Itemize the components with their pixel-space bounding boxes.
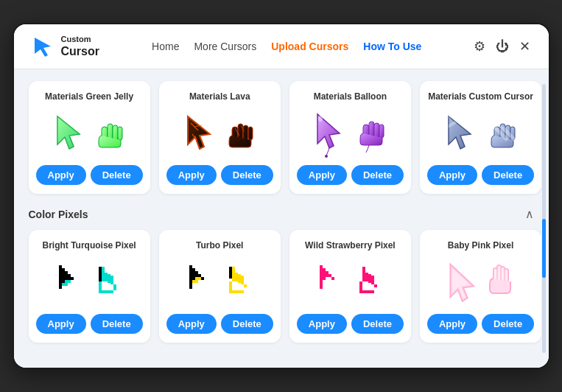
svg-rect-101 [201, 277, 204, 280]
svg-rect-88 [189, 271, 192, 274]
nav-home[interactable]: Home [152, 41, 179, 52]
svg-rect-114 [238, 274, 241, 277]
settings-button[interactable]: ⚙ [474, 38, 485, 55]
card-baby-pink-images [446, 256, 516, 308]
card-turbo-images [185, 256, 254, 308]
svg-rect-155 [362, 273, 365, 276]
apply-custom-cursor-button[interactable]: Apply [427, 165, 477, 185]
svg-rect-157 [362, 279, 365, 281]
power-button[interactable]: ⏻ [496, 39, 509, 55]
card-strawberry-buttons: Apply Delete [297, 314, 404, 334]
svg-rect-64 [105, 279, 108, 281]
svg-marker-24 [449, 116, 471, 149]
svg-rect-161 [368, 274, 371, 277]
svg-rect-133 [320, 265, 323, 268]
turbo-pointer-icon [222, 262, 254, 302]
svg-rect-134 [320, 268, 323, 271]
delete-lava-button[interactable]: Delete [221, 165, 273, 185]
delete-balloon-button[interactable]: Delete [351, 165, 404, 185]
svg-rect-149 [323, 280, 326, 283]
svg-rect-147 [329, 274, 331, 277]
svg-marker-2 [57, 116, 80, 149]
svg-rect-78 [110, 290, 113, 293]
card-turquoise-images [55, 256, 124, 308]
delete-baby-pink-button[interactable]: Delete [482, 314, 534, 334]
nav-more-cursors[interactable]: More Cursors [194, 41, 256, 52]
apply-green-jelly-button[interactable]: Apply [36, 165, 86, 185]
close-icon: ✕ [519, 38, 530, 55]
apply-baby-pink-button[interactable]: Apply [427, 314, 477, 334]
svg-rect-167 [359, 281, 362, 284]
svg-rect-14 [248, 127, 253, 140]
delete-strawberry-button[interactable]: Delete [351, 314, 404, 334]
card-turquoise-title: Bright Turquoise Pixel [43, 240, 136, 251]
titlebar: Custom Cursor Home More Cursors Upload C… [14, 24, 549, 69]
lava-pointer-icon [223, 113, 256, 153]
delete-custom-cursor-button[interactable]: Delete [482, 165, 534, 185]
svg-rect-85 [99, 279, 102, 281]
svg-rect-60 [102, 276, 105, 279]
svg-marker-7 [188, 116, 210, 149]
color-pixels-label: Color Pixels [29, 209, 88, 220]
color-pixels-header: Color Pixels ∧ [29, 207, 534, 221]
svg-rect-73 [99, 287, 102, 290]
card-balloon: Materials Balloon [289, 81, 411, 194]
close-button[interactable]: ✕ [519, 38, 530, 55]
nav-icons: ⚙ ⏻ ✕ [474, 38, 530, 55]
card-strawberry-pixel: Wild Strawberry Pixel [289, 230, 411, 343]
svg-rect-182 [493, 268, 497, 283]
svg-rect-61 [102, 279, 105, 281]
svg-marker-177 [451, 265, 473, 301]
scrollbar-thumb[interactable] [542, 219, 546, 278]
baby-pink-cursor-icon [446, 262, 479, 302]
svg-rect-50 [68, 274, 71, 277]
scrollbar-track[interactable] [542, 84, 546, 353]
delete-turbo-button[interactable]: Delete [221, 314, 273, 334]
delete-green-jelly-button[interactable]: Delete [91, 165, 143, 185]
svg-rect-107 [232, 270, 235, 273]
lava-cursor-icon [183, 112, 219, 155]
svg-rect-168 [359, 284, 362, 287]
apply-lava-button[interactable]: Apply [166, 165, 217, 185]
apply-turbo-button[interactable]: Apply [166, 314, 217, 334]
card-lava: Materials Lava [159, 81, 281, 194]
svg-rect-89 [189, 274, 192, 277]
svg-rect-91 [189, 280, 192, 283]
apply-balloon-button[interactable]: Apply [297, 165, 347, 185]
svg-rect-5 [113, 125, 118, 140]
nav-upload-cursors[interactable]: Upload Cursors [271, 41, 348, 52]
content-area: Materials Green Jelly [14, 69, 549, 368]
svg-rect-74 [99, 290, 102, 293]
apply-strawberry-button[interactable]: Apply [297, 314, 347, 334]
baby-pink-pointer-icon [483, 262, 516, 302]
svg-rect-43 [62, 271, 65, 274]
card-strawberry-title: Wild Strawberry Pixel [305, 240, 396, 251]
svg-rect-132 [229, 276, 232, 279]
svg-rect-62 [105, 273, 108, 276]
svg-rect-112 [235, 276, 238, 279]
svg-rect-42 [62, 268, 65, 271]
settings-icon: ⚙ [474, 38, 485, 55]
svg-rect-104 [195, 280, 198, 283]
card-green-jelly-buttons: Apply Delete [36, 165, 143, 185]
svg-rect-109 [232, 276, 235, 279]
svg-rect-95 [192, 271, 195, 274]
svg-rect-93 [189, 286, 192, 289]
svg-rect-54 [65, 280, 68, 283]
svg-rect-40 [59, 283, 62, 286]
apply-turquoise-button[interactable]: Apply [36, 314, 86, 334]
svg-rect-152 [329, 277, 331, 280]
delete-turquoise-button[interactable]: Delete [91, 314, 143, 334]
card-balloon-title: Materials Balloon [314, 91, 387, 102]
svg-rect-45 [62, 277, 65, 280]
svg-rect-56 [65, 283, 68, 286]
svg-rect-120 [229, 281, 232, 284]
svg-rect-57 [102, 267, 105, 270]
svg-point-19 [325, 155, 328, 158]
nav-how-to-use[interactable]: How To Use [363, 41, 421, 52]
svg-rect-55 [68, 280, 71, 283]
collapse-color-pixels-button[interactable]: ∧ [525, 207, 534, 221]
svg-rect-122 [229, 287, 232, 290]
svg-rect-77 [108, 290, 110, 293]
svg-rect-159 [365, 276, 368, 279]
